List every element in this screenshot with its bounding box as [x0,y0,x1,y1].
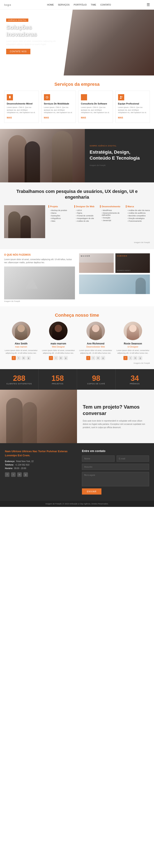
svg-rect-0 [9,96,11,98]
cta-image [0,390,77,443]
ux-item: › Mockup de produto [48,209,73,211]
team-social-alex: f t in g [4,356,38,360]
ux-credit: Imagem de Freepik [4,241,150,245]
nav-team[interactable]: TIME [91,3,96,6]
service-icon-mobility [44,94,50,100]
ux-item: › Inovação [100,217,124,219]
service-desc-team: Lorem ipsum. Click it. Quo ius quisque e… [118,106,147,114]
contact-hours: Horário: 09:00 - 20:00 [5,467,72,469]
stat-number-awards: 34 [118,374,152,383]
nav-links: HOME SERVIÇOS PORTFÓLIO TIME CONTATO [47,3,111,6]
menu-icon[interactable]: ☰ [147,2,150,7]
service-title-team: Equipe Profissional [118,102,147,105]
services-section: Serviços da empresa Desenvolvimento Móve… [0,75,154,129]
stat-label-clients: CLIENTES SATISFEITOS [2,383,36,385]
social-g4[interactable]: g [138,356,142,360]
footer: Imagem de Freepik | © 2023 Atribuição a … [0,501,154,507]
contact-address-value: Retal New York, 22 [16,460,34,463]
hero-cta-button[interactable]: CONTATE NOS [6,49,30,54]
form-title: Entre em contato [82,449,149,453]
team-title: Conheça nosso time [4,308,150,321]
social-g[interactable]: g [27,356,31,360]
service-title-mobility: Serviços De Mobilidade [44,102,73,105]
ux-item: › Direção estratégica [126,217,150,219]
form-email-input[interactable] [117,456,149,462]
team-role-rosie: UI Designer [116,346,150,348]
social-fb4[interactable]: f [123,356,127,360]
ux-col-dev: Desenvolvimento › WordPress › Desenvolvi… [100,205,124,238]
social-fb[interactable]: f [12,356,16,360]
team-role-alex: maio marrom [4,346,38,348]
social-tw3[interactable]: t [91,356,95,360]
service-more-mobile[interactable]: MAIS [7,117,12,119]
social-in[interactable]: in [22,356,26,360]
ux-item: › Análise do site [74,220,99,222]
contact-social-tw[interactable]: t [11,472,15,477]
form-submit-button[interactable]: ENVIAR [82,488,102,495]
ux-col-projeto: Projeto › Mockup de produto › Marca › Il… [48,205,73,238]
ux-item: › Marca [48,212,73,214]
ux-item: › Javascript [100,219,124,221]
ux-item: › WordPress [100,209,124,211]
form-message-input[interactable] [82,472,149,486]
social-tw2[interactable]: t [54,356,58,360]
contact-phone: Telefone: +1 234 562 810 [5,464,72,466]
service-more-team[interactable]: MAIS [118,117,123,119]
social-in3[interactable]: in [96,356,100,360]
nav-services[interactable]: SERVIÇOS [58,3,70,6]
hero-background-image [64,10,154,75]
social-g2[interactable]: g [64,356,68,360]
social-tw4[interactable]: t [128,356,132,360]
stat-projects: 158 PROJETOS [39,369,77,390]
contact-address-label: Endereço: [5,460,15,463]
service-more-consulting[interactable]: MAIS [81,117,86,119]
services-title: Serviços da empresa [0,75,154,91]
team-name-rosie: Rosie Swanson [116,342,150,345]
service-desc-mobile: Lorem ipsum. Click it. Quo ius quisque e… [7,106,36,114]
nav-portfolio[interactable]: PORTFÓLIO [74,3,87,6]
team-social-rosie: f t in g [116,356,150,360]
stat-label-coffee: COPOS DE CAFÉ [79,383,113,385]
ux-item: › Análise de valor da marca [126,209,150,211]
nav-home[interactable]: HOME [47,3,54,6]
footer-credit: Imagem de Freepik | © 2023 Atribuição a … [45,503,108,505]
social-tw[interactable]: t [16,356,21,360]
what-card-waver: WAVER [79,253,114,273]
what-image-credit: Imagem de Freepik [4,300,75,302]
service-card-mobile: Desenvolvimento Móvel Lorem ipsum. Click… [4,91,39,123]
contact-social-in[interactable]: in [17,472,22,477]
team-name-alex: Alex Smith [4,342,38,345]
nav-contact[interactable]: CONTATO [100,3,111,6]
contact-hours-value: 09:00 - 20:00 [14,467,26,469]
contact-social-fb[interactable]: f [5,472,9,477]
ux-item: › Hospedagem de site [74,217,99,219]
agency-title: Estratégia, Design, Conteúdo E Tecnologi… [90,149,149,161]
contact-phone-value: +1 234 562 810 [15,464,29,466]
team-member-rosie: Rosie Swanson UI Designer Lorem ipsum do… [116,321,150,360]
cta-desc: Duis aute irure dolor in reprehenderit i… [83,419,148,429]
social-in4[interactable]: in [133,356,138,360]
form-subject-input[interactable] [82,464,149,470]
service-icon-team [118,94,124,100]
ux-item: › Infográficos [48,217,73,219]
service-card-mobility: Serviços De Mobilidade Lorem ipsum. Clic… [41,91,76,123]
hero-title: Soluções Inovadoras [6,24,60,38]
service-more-mobility[interactable]: MAIS [44,117,49,119]
agency-image [0,129,85,182]
team-name-ann: Ann Richmond [79,342,113,345]
service-title-mobile: Desenvolvimento Móvel [7,102,36,105]
social-fb2[interactable]: f [49,356,53,360]
contact-social-g[interactable]: g [24,472,28,477]
social-g3[interactable]: g [101,356,105,360]
contact-phone-label: Telefone: [5,464,14,466]
hero-desc: Lorem ipsum dolor sit amet, consectetur … [6,40,60,46]
social-in2[interactable]: in [59,356,63,360]
stat-awards: 34 PRÊMIOS [116,369,154,390]
form-name-input[interactable] [82,456,115,462]
social-fb3[interactable]: f [86,356,90,360]
what-card-person [79,275,150,294]
team-role-maio: Web Designer [41,346,76,348]
team-credit: Imagens de Freepik [4,362,150,364]
ux-col-title-dev: Desenvolvimento [100,205,124,208]
avatar-alex [12,321,30,340]
